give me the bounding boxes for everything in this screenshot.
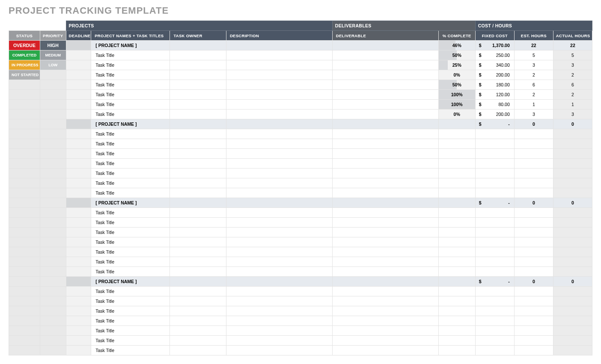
fixed-cost-cell[interactable]: $1,370.00	[475, 41, 514, 50]
priority-cell[interactable]	[40, 188, 66, 198]
priority-cell[interactable]	[40, 80, 66, 90]
project-name[interactable]: [ PROJECT NAME ]	[91, 119, 170, 129]
cell-deadline[interactable]	[66, 306, 91, 316]
cell-task-owner[interactable]	[170, 218, 226, 228]
task-row[interactable]: IN PROGRESSLOWTask Title25%$340.0033	[9, 60, 592, 70]
cell-description[interactable]	[226, 129, 332, 139]
priority-cell[interactable]	[40, 228, 66, 237]
cell-task-owner[interactable]	[170, 208, 226, 218]
status-cell[interactable]	[9, 277, 40, 287]
fixed-cost-cell[interactable]: $200.00	[475, 70, 514, 80]
cell-est-hours[interactable]	[514, 228, 553, 237]
cell-description[interactable]	[226, 346, 332, 355]
cell-est-hours[interactable]	[514, 129, 553, 139]
legend-status-not-started[interactable]: NOT STARTED	[9, 70, 40, 80]
cell-task-owner[interactable]	[170, 178, 226, 188]
status-cell[interactable]	[9, 90, 40, 100]
task-title[interactable]: Task Title	[91, 316, 170, 326]
cell-deadline[interactable]	[66, 119, 91, 129]
task-row[interactable]: Task Title	[9, 306, 592, 316]
cell-description[interactable]	[226, 90, 332, 100]
status-cell[interactable]	[9, 326, 40, 336]
cell-description[interactable]	[226, 326, 332, 336]
fixed-cost-cell[interactable]	[475, 267, 514, 277]
cell-est-hours[interactable]	[514, 346, 553, 355]
cell-deadline[interactable]	[66, 149, 91, 159]
cell-est-hours[interactable]	[514, 178, 553, 188]
task-title[interactable]: Task Title	[91, 326, 170, 336]
cell-task-owner[interactable]	[170, 109, 226, 119]
cell-task-owner[interactable]	[170, 257, 226, 267]
status-cell[interactable]	[9, 178, 40, 188]
cell-actual-hours[interactable]: 3	[553, 109, 592, 119]
col-deadline[interactable]: DEADLINE	[66, 31, 91, 41]
cell-deliverable[interactable]	[332, 326, 438, 336]
cell-est-hours[interactable]: 2	[514, 70, 553, 80]
cell-deadline[interactable]	[66, 90, 91, 100]
cell-deadline[interactable]	[66, 296, 91, 306]
cell-task-owner[interactable]	[170, 296, 226, 306]
cell-actual-hours[interactable]: 2	[553, 70, 592, 80]
priority-cell[interactable]	[40, 119, 66, 129]
pct-complete-cell[interactable]	[438, 198, 475, 208]
cell-deadline[interactable]	[66, 237, 91, 247]
pct-complete-cell[interactable]: 0%	[438, 109, 475, 119]
col-fixed-cost[interactable]: FIXED COST	[475, 31, 514, 41]
cell-actual-hours[interactable]: 6	[553, 80, 592, 90]
priority-cell[interactable]	[40, 208, 66, 218]
cell-deliverable[interactable]	[332, 80, 438, 90]
task-title[interactable]: Task Title	[91, 218, 170, 228]
cell-est-hours[interactable]	[514, 316, 553, 326]
cell-description[interactable]	[226, 306, 332, 316]
fixed-cost-cell[interactable]	[475, 218, 514, 228]
cell-actual-hours[interactable]	[553, 159, 592, 169]
cell-description[interactable]	[226, 119, 332, 129]
priority-cell[interactable]	[40, 169, 66, 178]
fixed-cost-cell[interactable]: $340.00	[475, 60, 514, 70]
pct-complete-cell[interactable]: 50%	[438, 50, 475, 60]
cell-task-owner[interactable]	[170, 139, 226, 149]
cell-est-hours[interactable]	[514, 218, 553, 228]
cell-description[interactable]	[226, 336, 332, 346]
status-cell[interactable]	[9, 316, 40, 326]
fixed-cost-cell[interactable]	[475, 169, 514, 178]
cell-est-hours[interactable]: 6	[514, 80, 553, 90]
priority-cell[interactable]	[40, 267, 66, 277]
cell-est-hours[interactable]	[514, 169, 553, 178]
cell-est-hours[interactable]: 3	[514, 109, 553, 119]
cell-deliverable[interactable]	[332, 178, 438, 188]
cell-deadline[interactable]	[66, 169, 91, 178]
cell-task-owner[interactable]	[170, 90, 226, 100]
legend-priority-low[interactable]: LOW	[40, 60, 66, 70]
pct-complete-cell[interactable]: 46%	[438, 41, 475, 50]
cell-est-hours[interactable]	[514, 149, 553, 159]
task-title[interactable]: Task Title	[91, 228, 170, 237]
priority-cell[interactable]	[40, 159, 66, 169]
cell-description[interactable]	[226, 169, 332, 178]
task-title[interactable]: Task Title	[91, 208, 170, 218]
status-cell[interactable]	[9, 129, 40, 139]
pct-complete-cell[interactable]	[438, 218, 475, 228]
task-row[interactable]: Task Title	[9, 149, 592, 159]
cell-deliverable[interactable]	[332, 218, 438, 228]
cell-task-owner[interactable]	[170, 237, 226, 247]
pct-complete-cell[interactable]	[438, 296, 475, 306]
fixed-cost-cell[interactable]	[475, 326, 514, 336]
cell-deliverable[interactable]	[332, 296, 438, 306]
cell-deadline[interactable]	[66, 218, 91, 228]
cell-est-hours[interactable]: 0	[514, 119, 553, 129]
task-row[interactable]: Task Title	[9, 237, 592, 247]
legend-status-overdue[interactable]: OVERDUE	[9, 41, 40, 50]
cell-deliverable[interactable]	[332, 198, 438, 208]
cell-task-owner[interactable]	[170, 41, 226, 50]
fixed-cost-cell[interactable]	[475, 208, 514, 218]
cell-actual-hours[interactable]: 5	[553, 50, 592, 60]
cell-task-owner[interactable]	[170, 119, 226, 129]
cell-description[interactable]	[226, 80, 332, 90]
cell-deliverable[interactable]	[332, 139, 438, 149]
cell-deliverable[interactable]	[332, 100, 438, 109]
cell-actual-hours[interactable]	[553, 267, 592, 277]
priority-cell[interactable]	[40, 90, 66, 100]
cell-description[interactable]	[226, 109, 332, 119]
task-row[interactable]: Task Title	[9, 129, 592, 139]
